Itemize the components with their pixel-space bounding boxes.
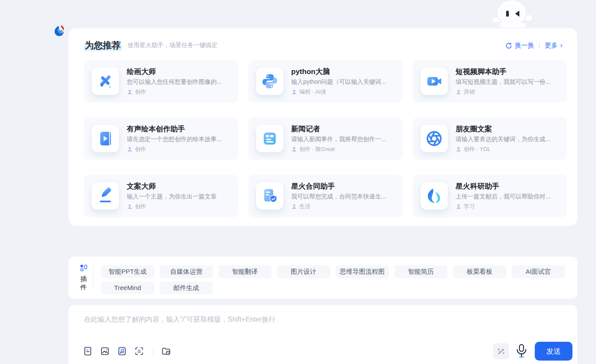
plugins-side-label: 插件	[77, 264, 89, 299]
header-divider	[539, 42, 539, 48]
user-icon	[456, 146, 462, 152]
card-short-video-script[interactable]: 短视频脚本助手 填写短视频主题，我就可以写一份... 营销	[413, 60, 567, 103]
document-file-icon[interactable]	[83, 346, 93, 356]
plugins-divider	[93, 266, 93, 290]
card-painting-master[interactable]: 绘画大师 您可以输入您任何想要创作图像的... 创作	[84, 60, 238, 103]
assistant-title: 绘画大师	[127, 67, 222, 77]
plugin-pill-email[interactable]: 邮件生成	[160, 281, 213, 294]
card-news-reporter[interactable]: 新闻记者 请输入新闻事件，我将帮您创作一... 创作 · 致Great	[248, 117, 402, 160]
more-label: 更多	[545, 41, 557, 50]
iflytek-logo[interactable]	[53, 24, 66, 38]
assistant-icon-box	[256, 182, 283, 210]
user-icon	[291, 204, 297, 210]
assistant-tags: 创作	[135, 145, 146, 153]
card-audiobook-creator[interactable]: 有声绘本创作助手 请先选定一个您想创作的绘本故事... 创作	[84, 117, 238, 160]
assistant-icon-box	[420, 125, 448, 152]
user-icon	[456, 89, 462, 95]
assistant-card-grid: 绘画大师 您可以输入您任何想要创作图像的... 创作 python大脑	[84, 60, 567, 217]
assistant-tags: 生活	[299, 203, 310, 210]
assistant-tags: 创作 · 致Great	[299, 145, 335, 153]
page-subtitle: 使用星火助手，场景任务一键搞定	[128, 41, 218, 49]
assistant-desc: 输入python问题（可以输入关键词...	[291, 78, 386, 86]
assistant-icon-box	[420, 68, 448, 95]
card-python-brain[interactable]: python大脑 输入python问题（可以输入关键词... 编程 · AI侠	[248, 60, 402, 103]
spark-flame-icon	[426, 187, 443, 204]
assistant-tags: 创作	[135, 88, 146, 96]
assistant-desc: 请输入要表达的关键词，为你生成...	[456, 136, 551, 143]
audio-file-icon[interactable]	[117, 346, 127, 356]
iflytek-logo-icon	[53, 24, 66, 38]
more-button[interactable]: 更多 ›	[545, 41, 563, 50]
user-icon	[456, 204, 462, 210]
assistant-desc: 填写短视频主题，我就可以写一份...	[456, 78, 551, 86]
user-icon	[127, 89, 133, 95]
assistant-title: 有声绘本创作助手	[127, 124, 222, 134]
assistant-title: 朋友圈文案	[456, 124, 551, 134]
user-icon	[127, 204, 133, 210]
assistant-title: 短视频脚本助手	[456, 67, 551, 77]
plugin-pill-translate[interactable]: 智能翻译	[218, 265, 271, 278]
card-moments-copywriting[interactable]: 朋友圈文案 请输入要表达的关键词，为你生成... 创作 · YDL	[413, 117, 567, 160]
magic-wand-button[interactable]	[493, 343, 509, 359]
python-icon	[261, 73, 278, 90]
spark-mascot	[488, 0, 536, 27]
plugin-pill-ai-interviewer[interactable]: AI面试官	[512, 265, 565, 278]
plugins-panel: 插件 智能PPT生成 自媒体运营 智能翻译 图片设计 思维导图流程图 智能简历 …	[69, 257, 577, 299]
plugin-pill-image-design[interactable]: 图片设计	[277, 265, 330, 278]
card-spark-research[interactable]: 星火科研助手 上传一篇文献后，我可以帮助你对... 学习	[413, 175, 567, 217]
plugin-pill-ppt[interactable]: 智能PPT生成	[101, 265, 154, 278]
message-input[interactable]	[84, 315, 538, 335]
plugin-pill-resume[interactable]: 智能简历	[394, 265, 447, 278]
assistant-tags: 创作 · YDL	[464, 145, 491, 153]
assistant-icon-box	[420, 182, 448, 210]
assistant-icon-box	[92, 182, 119, 210]
recommendation-header: 为您推荐 使用星火助手，场景任务一键搞定 换一换 更多 ›	[69, 28, 577, 51]
assistant-title: python大脑	[291, 67, 386, 77]
plugin-pill-treemind[interactable]: TreeMind	[101, 281, 154, 294]
refresh-icon	[506, 42, 512, 49]
plugin-pill-list: 智能PPT生成 自媒体运营 智能翻译 图片设计 思维导图流程图 智能简历 板栗看…	[101, 265, 569, 299]
assistant-icon-box	[92, 125, 119, 152]
assistant-tags: 创作	[135, 203, 146, 210]
toolbar-divider	[153, 346, 153, 356]
assistant-desc: 您可以输入您任何想要创作图像的...	[127, 78, 222, 86]
assistant-desc: 上传一篇文献后，我可以帮助你对...	[456, 193, 551, 201]
contract-shield-icon	[261, 187, 278, 204]
page-title: 为您推荐	[84, 39, 122, 51]
card-spark-contract[interactable]: 星火合同助手 我可以帮您完成，合同范本快速生... 生活	[248, 175, 402, 217]
assistant-tags: 营销	[464, 88, 475, 96]
plugin-pill-banli-board[interactable]: 板栗看板	[453, 265, 506, 278]
scan-icon[interactable]	[134, 346, 144, 356]
refresh-button[interactable]: 换一换	[506, 41, 534, 50]
assistant-tags: 学习	[464, 203, 475, 210]
plugin-pill-media[interactable]: 自媒体运营	[160, 265, 213, 278]
assistant-desc: 请先选定一个您想创作的绘本故事...	[127, 136, 222, 143]
send-button[interactable]: 发送	[535, 342, 572, 361]
video-camera-icon	[426, 73, 443, 90]
assistant-icon-box	[92, 68, 119, 95]
image-file-icon[interactable]	[100, 346, 110, 356]
user-icon	[291, 89, 297, 95]
assistant-tags: 编程 · AI侠	[299, 88, 326, 96]
aperture-icon	[426, 130, 443, 147]
user-icon	[291, 146, 297, 152]
assistant-icon-box	[256, 125, 283, 152]
assistant-desc: 请输入新闻事件，我将帮您创作一...	[291, 136, 386, 143]
paintbrush-icon	[97, 73, 114, 90]
microphone-icon[interactable]	[515, 343, 528, 359]
plugins-label: 插件	[80, 275, 87, 292]
newspaper-icon	[261, 130, 278, 147]
assistant-title: 星火合同助手	[291, 182, 386, 191]
magic-wand-icon	[496, 346, 506, 356]
recommendation-panel: 为您推荐 使用星火助手，场景任务一键搞定 换一换 更多 ›	[69, 28, 577, 226]
plugin-pill-mindmap[interactable]: 思维导图流程图	[336, 265, 389, 278]
robot-mascot-icon	[488, 0, 536, 27]
composer-toolbar: 发送	[83, 341, 572, 361]
assistant-title: 星火科研助手	[456, 182, 551, 191]
pencil-icon	[97, 187, 114, 204]
composer-panel: 发送	[69, 305, 577, 364]
card-copywriting-master[interactable]: 文案大师 输入一个主题，为你生出一篇文章 创作	[84, 175, 238, 217]
history-folder-icon[interactable]	[161, 346, 171, 356]
assistant-desc: 我可以帮您完成，合同范本快速生...	[291, 193, 386, 201]
assistant-title: 文案大师	[127, 182, 217, 191]
